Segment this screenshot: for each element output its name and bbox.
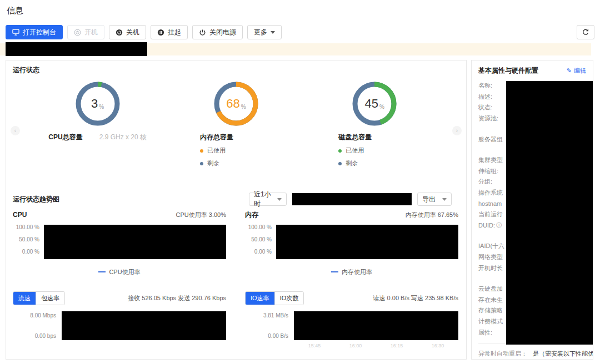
cpu-usage-value: 3 xyxy=(91,97,98,111)
legend-line-icon xyxy=(331,271,338,272)
cpu-usage-stat: CPU使用率 3.00% xyxy=(176,211,226,219)
open-console-button[interactable]: 打开控制台 xyxy=(6,25,63,39)
chevron-down-icon xyxy=(277,198,282,201)
carousel-prev-button[interactable]: ‹ xyxy=(11,126,20,135)
running-status-card: 运行状态 ‹ › 3 % CPU总容量 2.9 GHz xyxy=(6,60,467,360)
io-stat: 读速 0.00 B/s 写速 235.98 KB/s xyxy=(373,294,458,302)
network-tabs: 流速 包速率 xyxy=(13,291,65,305)
cpu-gauge: 3 % CPU总容量 2.9 GHz x 20 核 xyxy=(28,76,167,168)
date-range-input-redacted[interactable] xyxy=(292,193,412,205)
suspend-icon xyxy=(157,29,164,36)
io-chart-xaxis: 15:45 16:00 16:15 16:30 xyxy=(294,343,458,348)
running-status-title: 运行状态 xyxy=(13,65,39,75)
legend-label: CPU使用率 xyxy=(109,268,140,276)
more-label: 更多 xyxy=(254,28,267,37)
shutdown-label: 关机 xyxy=(126,28,139,37)
power-off-button[interactable]: 关闭电源 xyxy=(192,25,243,39)
edit-label: 编辑 xyxy=(574,67,586,75)
legend-label: 已使用 xyxy=(207,146,226,155)
memory-usage-unit: % xyxy=(241,104,246,110)
cpu-chart-legend[interactable]: CPU使用率 xyxy=(13,268,226,276)
properties-card: 基本属性与硬件配置 ✎ 编辑 名称: 描述: 状态: 资源池: 服务器组 集群类… xyxy=(471,60,593,360)
trend-section-title: 运行状态趋势图 xyxy=(13,195,59,204)
refresh-icon xyxy=(582,28,589,36)
info-icon[interactable]: ⓘ xyxy=(496,221,502,229)
cpu-chart-yaxis: 100.00 % 50.00 % 0.00 % xyxy=(13,225,44,259)
suspend-button[interactable]: 挂起 xyxy=(151,25,188,39)
tab-flow-rate[interactable]: 流速 xyxy=(13,292,36,305)
legend-label: 剩余 xyxy=(346,159,358,168)
memory-capacity-label: 内存总容量 xyxy=(200,133,272,142)
legend-line-icon xyxy=(98,271,106,272)
chevron-down-icon xyxy=(442,198,447,201)
cpu-usage-unit: % xyxy=(99,104,104,110)
network-chart-yaxis: 8.00 Mbps 0.00 bps xyxy=(13,311,62,340)
legend-dot xyxy=(200,162,203,165)
edit-button[interactable]: ✎ 编辑 xyxy=(567,67,586,75)
export-label: 导出 xyxy=(422,195,436,204)
more-button[interactable]: 更多 xyxy=(247,25,282,39)
memory-usage-stat: 内存使用率 67.65% xyxy=(406,211,458,219)
toolbar: 打开控制台 开机 关机 挂起 关闭电源 更多 xyxy=(6,25,594,39)
auto-restart-value: 是（需安装以下性能优 xyxy=(533,350,593,358)
shutdown-icon xyxy=(116,29,123,36)
memory-chart-yaxis: 100.00 % 50.00 % 0.00 % xyxy=(245,225,276,259)
cpu-chart-area-redacted xyxy=(44,225,226,259)
disk-legend-used[interactable]: 已使用 xyxy=(338,146,411,155)
tab-packet-rate[interactable]: 包速率 xyxy=(36,292,64,305)
disk-legend-free[interactable]: 剩余 xyxy=(338,159,411,168)
memory-usage-value: 68 xyxy=(226,97,239,111)
io-trend-chart: IO速率 IO次数 读速 0.00 B/s 写速 235.98 KB/s 3.8… xyxy=(245,280,458,348)
trend-charts: CPU CPU使用率 3.00% 100.00 % 50.00 % 0.00 %… xyxy=(13,206,458,348)
memory-legend-free[interactable]: 剩余 xyxy=(200,159,272,168)
memory-gauge: 68 % 内存总容量 已使用 剩余 xyxy=(167,76,305,168)
disk-usage-value: 45 xyxy=(365,97,378,111)
network-chart-area-redacted xyxy=(62,311,226,340)
legend-label: 内存使用率 xyxy=(342,268,372,276)
carousel-next-button[interactable]: › xyxy=(452,126,462,135)
gauge-carousel: ‹ › 3 % CPU总容量 2.9 GHz x 20 核 xyxy=(6,76,466,181)
power-off-icon xyxy=(199,29,206,36)
donut-gauges: 3 % CPU总容量 2.9 GHz x 20 核 68 xyxy=(28,76,444,168)
redaction-box xyxy=(506,81,593,345)
disk-gauge: 45 % 磁盘总容量 已使用 剩余 xyxy=(306,76,444,168)
power-off-label: 关闭电源 xyxy=(209,28,236,37)
refresh-button[interactable] xyxy=(577,25,594,39)
auto-restart-label: 异常时自动重启： xyxy=(478,350,527,358)
properties-title: 基本属性与硬件配置 xyxy=(478,66,538,75)
memory-trend-chart: 内存 内存使用率 67.65% 100.00 % 50.00 % 0.00 % … xyxy=(245,206,458,276)
network-trend-chart: 流速 包速率 接收 526.05 Kbps 发送 290.76 Kbps 8.0… xyxy=(13,280,226,348)
power-on-icon xyxy=(74,29,81,36)
cpu-chart-title: CPU xyxy=(13,211,27,219)
pencil-icon: ✎ xyxy=(567,67,572,74)
power-on-label: 开机 xyxy=(84,28,98,37)
tab-io-rate[interactable]: IO速率 xyxy=(246,292,274,305)
legend-dot xyxy=(338,162,342,165)
cpu-trend-chart: CPU CPU使用率 3.00% 100.00 % 50.00 % 0.00 %… xyxy=(13,206,226,276)
legend-dot xyxy=(338,149,342,153)
legend-label: 剩余 xyxy=(207,159,219,168)
page-title: 信息 xyxy=(7,6,23,16)
memory-legend-used[interactable]: 已使用 xyxy=(200,146,272,155)
trend-controls: 近1小时 导出 xyxy=(249,193,452,206)
tab-io-count[interactable]: IO次数 xyxy=(274,292,304,305)
disk-capacity-label: 磁盘总容量 xyxy=(338,133,411,142)
cpu-capacity-label: CPU总容量 xyxy=(48,133,82,142)
memory-chart-legend[interactable]: 内存使用率 xyxy=(245,268,458,276)
auto-restart-row: 异常时自动重启： 是（需安装以下性能优 xyxy=(478,343,593,358)
suspend-label: 挂起 xyxy=(168,28,181,37)
console-icon xyxy=(12,29,19,36)
shutdown-button[interactable]: 关机 xyxy=(109,25,146,39)
memory-chart-title: 内存 xyxy=(245,210,258,220)
io-tabs: IO速率 IO次数 xyxy=(245,291,304,305)
io-chart-area-redacted xyxy=(294,311,458,340)
io-chart-yaxis: 3.81 MB/s 0.00 B/s xyxy=(245,311,294,340)
memory-chart-area-redacted xyxy=(276,225,458,259)
time-range-select[interactable]: 近1小时 xyxy=(249,193,287,206)
power-on-button: 开机 xyxy=(67,25,104,39)
export-select[interactable]: 导出 xyxy=(417,193,452,206)
legend-label: 已使用 xyxy=(346,146,364,155)
cpu-spec-label: 2.9 GHz x 20 核 xyxy=(99,133,147,142)
disk-usage-unit: % xyxy=(379,104,384,110)
network-stat: 接收 526.05 Kbps 发送 290.76 Kbps xyxy=(128,294,226,302)
